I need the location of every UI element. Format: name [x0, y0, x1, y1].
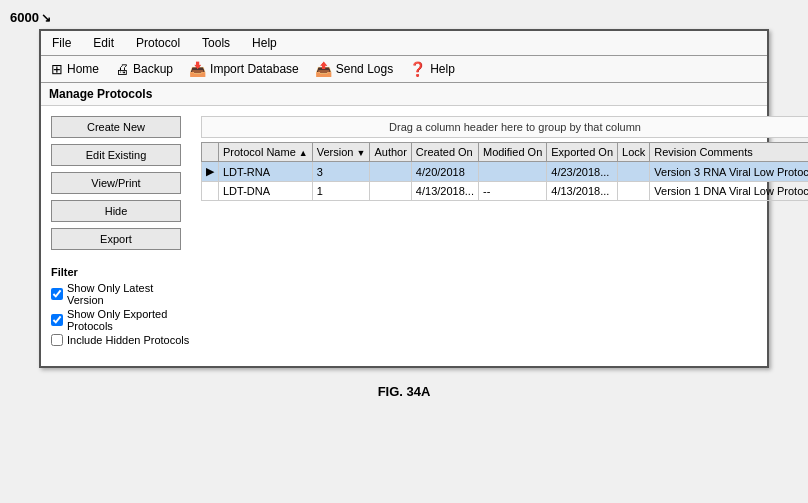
- cell-revision-comments: Version 3 RNA Viral Low Protoco...: [650, 162, 808, 182]
- cell-version: 3: [312, 162, 370, 182]
- right-panel: Drag a column header here to group by th…: [201, 116, 808, 356]
- toolbar-import-label: Import Database: [210, 62, 299, 76]
- filter-exported-checkbox[interactable]: [51, 314, 63, 326]
- filter-label: Filter: [51, 266, 191, 278]
- content-header: Manage Protocols: [41, 83, 767, 106]
- toolbar-backup[interactable]: 🖨 Backup: [115, 61, 173, 77]
- cell-created-on: 4/20/2018: [411, 162, 478, 182]
- figure-number-label: 6000: [10, 10, 39, 25]
- col-header-created-on[interactable]: Created On: [411, 143, 478, 162]
- menu-item-file[interactable]: File: [49, 35, 74, 51]
- col-header-modified-on[interactable]: Modified On: [478, 143, 546, 162]
- cell-author: [370, 162, 411, 182]
- toolbar-import[interactable]: 📥 Import Database: [189, 61, 299, 77]
- filter-exported-label: Show Only Exported Protocols: [67, 308, 191, 332]
- menu-item-tools[interactable]: Tools: [199, 35, 233, 51]
- col-header-arrow: [202, 143, 219, 162]
- toolbar: ⊞ Home 🖨 Backup 📥 Import Database 📤 Send…: [41, 56, 767, 83]
- backup-icon: 🖨: [115, 61, 129, 77]
- figure-caption: FIG. 34A: [378, 384, 431, 399]
- table-header-row: Protocol Name ▲ Version ▼ Author Created…: [202, 143, 809, 162]
- protocols-table: Protocol Name ▲ Version ▼ Author Created…: [201, 142, 808, 201]
- cell-version: 1: [312, 182, 370, 201]
- cell-revision-comments: Version 1 DNA Viral Low Protoco...: [650, 182, 808, 201]
- cell-exported-on: 4/13/2018...: [547, 182, 618, 201]
- arrow-icon: ↘: [41, 11, 51, 25]
- toolbar-send-label: Send Logs: [336, 62, 393, 76]
- table-row[interactable]: LDT-DNA14/13/2018...--4/13/2018...Versio…: [202, 182, 809, 201]
- edit-existing-button[interactable]: Edit Existing: [51, 144, 181, 166]
- cell-protocol-name: LDT-RNA: [219, 162, 313, 182]
- filter-latest-version-label: Show Only Latest Version: [67, 282, 191, 306]
- hide-button[interactable]: Hide: [51, 200, 181, 222]
- sort-protocol-name: ▲: [299, 148, 308, 158]
- menu-item-help[interactable]: Help: [249, 35, 280, 51]
- filter-hidden-label: Include Hidden Protocols: [67, 334, 189, 346]
- menu-item-edit[interactable]: Edit: [90, 35, 117, 51]
- filter-hidden-checkbox[interactable]: [51, 334, 63, 346]
- import-icon: 📥: [189, 61, 206, 77]
- cell-lock: [618, 162, 650, 182]
- view-print-button[interactable]: View/Print: [51, 172, 181, 194]
- cell-author: [370, 182, 411, 201]
- main-window: File Edit Protocol Tools Help ⊞ Home 🖨 B…: [39, 29, 769, 368]
- help-icon: ❓: [409, 61, 426, 77]
- cell-exported-on: 4/23/2018...: [547, 162, 618, 182]
- left-panel: Create New Edit Existing View/Print Hide…: [51, 116, 191, 356]
- cell-modified-on: --: [478, 182, 546, 201]
- menu-bar: File Edit Protocol Tools Help: [41, 31, 767, 56]
- toolbar-send-logs[interactable]: 📤 Send Logs: [315, 61, 393, 77]
- filter-latest-version-checkbox[interactable]: [51, 288, 63, 300]
- toolbar-backup-label: Backup: [133, 62, 173, 76]
- row-arrow: ▶: [202, 162, 219, 182]
- col-header-exported-on[interactable]: Exported On: [547, 143, 618, 162]
- sort-version: ▼: [357, 148, 366, 158]
- drag-hint: Drag a column header here to group by th…: [201, 116, 808, 138]
- toolbar-help[interactable]: ❓ Help: [409, 61, 455, 77]
- cell-protocol-name: LDT-DNA: [219, 182, 313, 201]
- cell-created-on: 4/13/2018...: [411, 182, 478, 201]
- filter-latest-version: Show Only Latest Version: [51, 282, 191, 306]
- cell-lock: [618, 182, 650, 201]
- main-content: Create New Edit Existing View/Print Hide…: [41, 106, 767, 366]
- col-header-revision-comments[interactable]: Revision Comments: [650, 143, 808, 162]
- toolbar-home[interactable]: ⊞ Home: [51, 61, 99, 77]
- figure-number-top: 6000 ↘: [10, 10, 51, 25]
- col-header-lock[interactable]: Lock: [618, 143, 650, 162]
- toolbar-home-label: Home: [67, 62, 99, 76]
- filter-hidden-protocols: Include Hidden Protocols: [51, 334, 191, 346]
- create-new-button[interactable]: Create New: [51, 116, 181, 138]
- col-header-author[interactable]: Author: [370, 143, 411, 162]
- export-button[interactable]: Export: [51, 228, 181, 250]
- filter-section: Filter Show Only Latest Version Show Onl…: [51, 266, 191, 348]
- menu-item-protocol[interactable]: Protocol: [133, 35, 183, 51]
- content-header-label: Manage Protocols: [49, 87, 152, 101]
- table-row[interactable]: ▶LDT-RNA34/20/20184/23/2018...Version 3 …: [202, 162, 809, 182]
- cell-modified-on: [478, 162, 546, 182]
- filter-exported-protocols: Show Only Exported Protocols: [51, 308, 191, 332]
- send-icon: 📤: [315, 61, 332, 77]
- col-header-version[interactable]: Version ▼: [312, 143, 370, 162]
- home-icon: ⊞: [51, 61, 63, 77]
- row-arrow: [202, 182, 219, 201]
- col-header-protocol-name[interactable]: Protocol Name ▲: [219, 143, 313, 162]
- toolbar-help-label: Help: [430, 62, 455, 76]
